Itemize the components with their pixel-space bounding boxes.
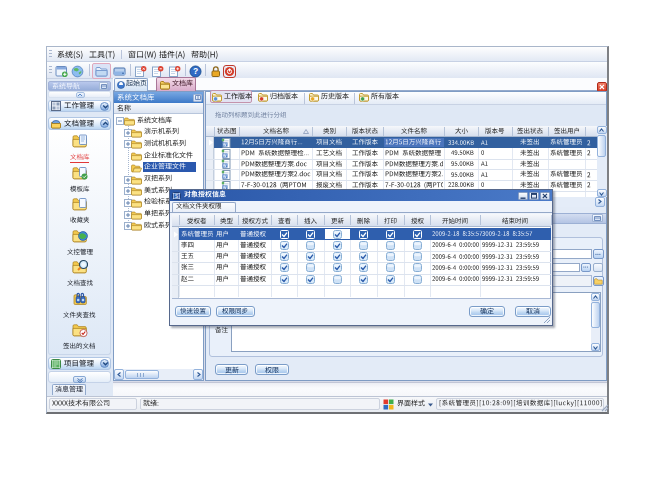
svg-text:?: ?: [193, 66, 198, 76]
svg-text:S: S: [175, 193, 178, 198]
